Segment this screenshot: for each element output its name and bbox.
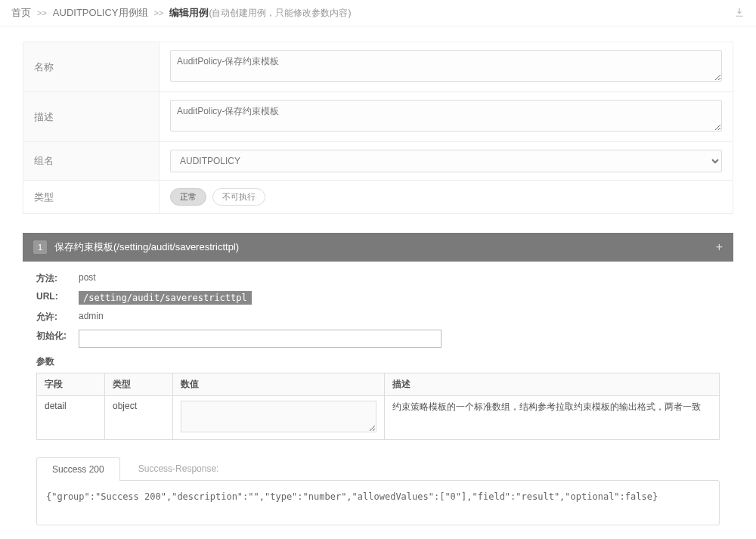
col-type: 类型 — [105, 373, 173, 396]
col-desc: 描述 — [385, 373, 720, 396]
breadcrumb-group[interactable]: AUDITPOLICY用例组 — [53, 6, 148, 20]
method-value: post — [79, 272, 720, 283]
row-description: 描述 — [23, 92, 733, 142]
url-label: URL: — [36, 291, 79, 302]
form-table: 名称 描述 组名 AUDITPOLICY 类型 正常 不可执行 — [23, 42, 733, 214]
response-label: Success-Response: — [138, 463, 219, 480]
chevron-right-icon: >> — [154, 8, 164, 17]
url-value: /setting/audit/saverestricttpl — [79, 291, 252, 305]
desc-input[interactable] — [170, 100, 722, 132]
type-label: 类型 — [23, 181, 160, 214]
param-value-input[interactable] — [181, 401, 376, 432]
breadcrumb-home[interactable]: 首页 — [11, 6, 31, 20]
row-group: 组名 AUDITPOLICY — [23, 142, 733, 181]
name-label: 名称 — [23, 42, 160, 92]
response-body[interactable]: {"group":"Success 200","description":"",… — [36, 480, 720, 525]
section-header[interactable]: 1 保存约束模板(/setting/audit/saverestricttpl)… — [23, 233, 733, 262]
table-row: detail object 约束策略模板的一个标准数组，结构参考拉取约束模板的输… — [37, 396, 720, 440]
param-field: detail — [37, 396, 105, 440]
allow-value: admin — [79, 311, 720, 321]
group-label: 组名 — [23, 142, 160, 181]
desc-label: 描述 — [23, 92, 160, 142]
allow-label: 允许: — [36, 311, 79, 324]
init-input[interactable] — [79, 330, 442, 348]
name-input[interactable] — [170, 50, 722, 82]
details-block: 方法: post URL: /setting/audit/saverestric… — [23, 262, 733, 536]
type-option-normal[interactable]: 正常 — [170, 188, 206, 206]
row-name: 名称 — [23, 42, 733, 92]
params-heading: 参数 — [36, 355, 720, 368]
row-type: 类型 正常 不可执行 — [23, 181, 733, 214]
breadcrumb: 首页 >> AUDITPOLICY用例组 >> 编辑用例(自动创建用例，只能修改… — [0, 0, 756, 26]
section-title: 保存约束模板(/setting/audit/saverestricttpl) — [54, 240, 239, 254]
param-type: object — [105, 396, 173, 440]
init-label: 初始化: — [36, 330, 79, 342]
tab-success-200[interactable]: Success 200 — [36, 457, 120, 481]
group-select[interactable]: AUDITPOLICY — [170, 150, 722, 172]
plus-icon[interactable]: + — [716, 240, 723, 254]
response-tabs: Success 200 Success-Response: — [36, 457, 720, 480]
method-label: 方法: — [36, 272, 79, 285]
section-index-badge: 1 — [33, 240, 47, 254]
param-desc: 约束策略模板的一个标准数组，结构参考拉取约束模板的输出格式，两者一致 — [385, 396, 720, 440]
chevron-right-icon: >> — [37, 8, 47, 17]
type-option-noexec[interactable]: 不可执行 — [212, 188, 265, 206]
col-field: 字段 — [37, 373, 105, 396]
params-table: 字段 类型 数值 描述 detail object 约束策略模板的一个标准数组，… — [36, 373, 720, 440]
breadcrumb-current: 编辑用例(自动创建用例，只能修改参数内容) — [169, 6, 351, 20]
main-content: 名称 描述 组名 AUDITPOLICY 类型 正常 不可执行 1 保存约束模板… — [0, 26, 756, 539]
download-icon[interactable] — [734, 7, 745, 20]
col-value: 数值 — [173, 373, 385, 396]
